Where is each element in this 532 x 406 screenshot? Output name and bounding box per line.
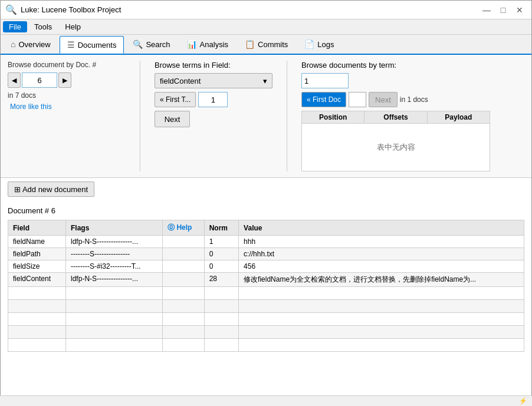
- term-results-table: Position Offsets Payload 表中无内容: [301, 111, 490, 171]
- section-divider-1: [140, 61, 140, 171]
- analysis-icon: 📊: [187, 39, 197, 49]
- table-row[interactable]: fieldName ldfp-N-S---------------... 1 h…: [8, 236, 524, 248]
- tab-overview-label: Overview: [18, 40, 50, 49]
- tab-commits-label: Commits: [258, 40, 288, 49]
- dropdown-arrow-icon: ▾: [263, 77, 267, 85]
- term-number-input[interactable]: [198, 92, 228, 107]
- prev-doc-button[interactable]: ◀: [8, 72, 21, 88]
- tab-logs[interactable]: 📄 Logs: [297, 35, 341, 53]
- empty-cell: [163, 273, 205, 287]
- term-search-input[interactable]: [301, 73, 349, 88]
- flags-cell: --------S---------------: [66, 248, 163, 260]
- maximize-button[interactable]: □: [496, 4, 510, 16]
- position-col-header: Position: [302, 111, 364, 123]
- value-cell: hhh: [239, 236, 524, 248]
- help-link[interactable]: ⓪ Help: [168, 223, 192, 232]
- first-doc-button[interactable]: « First Doc: [301, 92, 346, 107]
- norm-cell: 28: [204, 273, 238, 287]
- term-table-body: 表中无内容: [302, 124, 490, 171]
- overview-icon: ⌂: [11, 39, 15, 49]
- doc-nav-row: « First Doc Next in 1 docs: [301, 92, 524, 107]
- more-like-container: More like this: [8, 102, 126, 111]
- first-term-button[interactable]: « First T...: [155, 92, 196, 107]
- section-divider-2: [287, 61, 287, 171]
- tab-logs-label: Logs: [317, 40, 334, 49]
- tab-bar: ⌂ Overview ☰ Documents 🔍 Search 📊 Analys…: [1, 35, 531, 55]
- table-row-empty: [8, 339, 524, 352]
- status-icon: ⚡: [519, 397, 527, 405]
- next-doc-button[interactable]: ▶: [58, 72, 71, 88]
- add-doc-section: ⊞ Add new document: [1, 178, 531, 200]
- close-button[interactable]: ✕: [513, 4, 527, 16]
- table-row[interactable]: fieldSize --------S-#i32---------T... 0 …: [8, 260, 524, 273]
- window-controls: — □ ✕: [480, 4, 527, 16]
- table-row[interactable]: fieldContent ldfp-N-S---------------... …: [8, 273, 524, 287]
- tab-analysis-label: Analysis: [200, 40, 228, 49]
- tab-documents[interactable]: ☰ Documents: [60, 36, 124, 54]
- field-dropdown-label: fieldContent: [160, 77, 201, 85]
- table-row-empty: [8, 313, 524, 326]
- menu-file[interactable]: File: [3, 21, 27, 32]
- flags-cell: ldfp-N-S---------------...: [66, 236, 163, 248]
- next-doc-input[interactable]: [349, 92, 366, 107]
- field-cell: fieldName: [8, 236, 66, 248]
- browse-terms-label: Browse terms in Field:: [155, 61, 272, 70]
- tab-search[interactable]: 🔍 Search: [125, 35, 178, 53]
- window-title: Luke: Lucene Toolbox Project: [21, 5, 476, 14]
- browse-doc-section: Browse document by Doc. # ◀ ▶ in 7 docs …: [8, 61, 126, 111]
- norm-cell: 0: [204, 260, 238, 273]
- doc-section: Document # 6 Field Flags ⓪ Help Norm Val…: [1, 200, 531, 354]
- field-cell: fieldContent: [8, 273, 66, 287]
- tab-overview[interactable]: ⌂ Overview: [3, 35, 58, 53]
- browse-terms-section: Browse terms in Field: fieldContent ▾ « …: [155, 61, 272, 127]
- field-dropdown[interactable]: fieldContent ▾: [155, 73, 272, 88]
- menu-tools[interactable]: Tools: [28, 21, 58, 32]
- title-bar: 🔍 Luke: Lucene Toolbox Project — □ ✕: [1, 1, 531, 19]
- table-row[interactable]: fieldPath --------S--------------- 0 c:/…: [8, 248, 524, 260]
- tab-commits[interactable]: 📋 Commits: [237, 35, 295, 53]
- flags-col-header: Flags: [66, 220, 163, 236]
- documents-icon: ☰: [67, 40, 75, 49]
- browse-doc-label: Browse document by Doc. #: [8, 61, 126, 69]
- more-like-this-link[interactable]: More like this: [8, 103, 52, 111]
- doc-number-input[interactable]: [22, 72, 57, 88]
- doc-count-info: in 7 docs: [8, 91, 126, 100]
- browse-by-term-label: Browse documents by term:: [301, 61, 524, 70]
- minimize-button[interactable]: —: [480, 4, 494, 16]
- status-bar: ⚡: [0, 395, 532, 406]
- value-cell: c://hhh.txt: [239, 248, 524, 260]
- add-doc-label: ⊞ Add new document: [14, 185, 88, 194]
- add-doc-button[interactable]: ⊞ Add new document: [8, 181, 94, 197]
- next-term-button[interactable]: Next: [155, 111, 190, 127]
- value-cell: 修改fieldName为全文检索的文档，进行文档替换，先删除掉fieldName…: [239, 273, 524, 287]
- terms-navigator: « First T...: [155, 92, 272, 107]
- empty-cell: [163, 248, 205, 260]
- term-table-empty: 表中无内容: [377, 142, 415, 153]
- flags-cell: ldfp-N-S---------------...: [66, 273, 163, 287]
- menu-help[interactable]: Help: [59, 21, 87, 32]
- term-table-header: Position Offsets Payload: [302, 111, 490, 124]
- app-icon: 🔍: [5, 4, 17, 15]
- tab-analysis[interactable]: 📊 Analysis: [179, 35, 236, 53]
- first-term-label: « First T...: [160, 95, 191, 104]
- value-col-header: Value: [239, 220, 524, 236]
- flags-cell: --------S-#i32---------T...: [66, 260, 163, 273]
- field-cell: fieldSize: [8, 260, 66, 273]
- search-icon: 🔍: [133, 39, 143, 49]
- empty-cell: [163, 236, 205, 248]
- payload-col-header: Payload: [428, 111, 490, 123]
- logs-icon: 📄: [304, 39, 314, 49]
- empty-cell: [163, 260, 205, 273]
- table-row-empty: [8, 300, 524, 313]
- field-col-header: Field: [8, 220, 66, 236]
- doc-navigator: ◀ ▶: [8, 72, 126, 88]
- menu-bar: File Tools Help: [1, 19, 531, 35]
- commits-icon: 📋: [245, 39, 255, 49]
- tab-search-label: Search: [146, 40, 170, 49]
- main-window: 🔍 Luke: Lucene Toolbox Project — □ ✕ Fil…: [0, 0, 532, 406]
- doc-table: Field Flags ⓪ Help Norm Value fieldName …: [8, 220, 524, 352]
- field-cell: fieldPath: [8, 248, 66, 260]
- next-doc-button: Next: [369, 92, 398, 107]
- tab-documents-label: Documents: [78, 41, 117, 49]
- table-row-empty: [8, 287, 524, 300]
